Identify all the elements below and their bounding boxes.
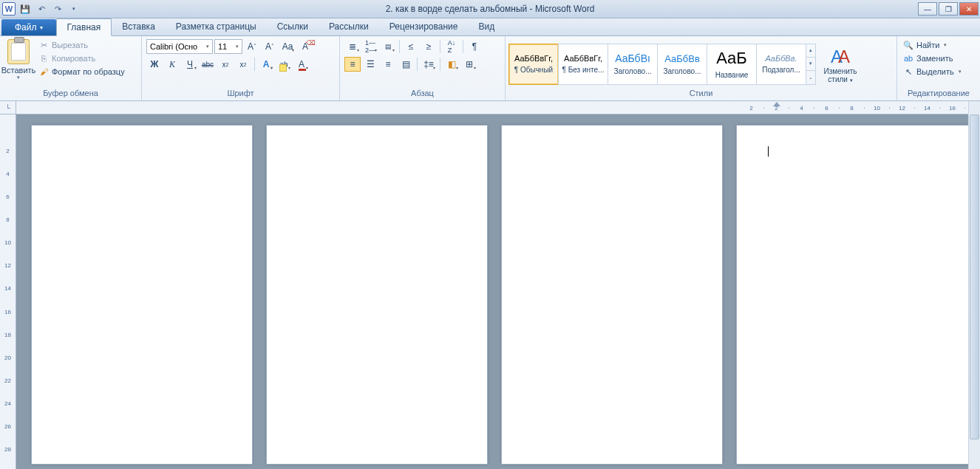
tab-ссылки[interactable]: Ссылки [267, 18, 319, 35]
page-current[interactable] [736, 125, 968, 465]
line-spacing-button[interactable]: ‡≡▾ [421, 57, 437, 72]
subscript-button[interactable]: x2 [217, 57, 234, 72]
shrink-font-button[interactable]: A˅ [262, 39, 278, 54]
gallery-more-button[interactable]: ⌄ [806, 71, 815, 83]
highlight-button[interactable]: ab▾ [276, 57, 292, 72]
ruler-tick: 10 [871, 105, 883, 112]
vertical-ruler[interactable]: 246810121416182022242628 [0, 114, 16, 469]
align-center-button[interactable]: ☰ [362, 57, 378, 72]
style-name: Название [715, 71, 749, 79]
chevron-down-icon: ▾ [392, 47, 395, 52]
style-gallery: АаБбВвГг,¶ ОбычныйАаБбВвГг,¶ Без инте...… [508, 44, 806, 85]
group-label-paragraph: Абзац [343, 89, 502, 100]
title-bar: W 💾 ↶ ↷ ▾ 2. как в ворде сделать альбомн… [0, 0, 980, 18]
change-styles-button[interactable]: AA Изменить стили ▾ [820, 45, 860, 83]
copy-icon: ⎘ [38, 53, 49, 64]
style-item[interactable]: АаБбВıЗаголово... [608, 44, 658, 85]
tab-рецензирование[interactable]: Рецензирование [379, 18, 469, 35]
font-name-combo[interactable]: Calibri (Осно▾ [146, 39, 213, 54]
cut-button[interactable]: ✂Вырезать [35, 39, 128, 51]
ruler-tick: · [908, 105, 921, 112]
gallery-up-button[interactable]: ▴ [806, 44, 815, 58]
qat-customize-icon[interactable]: ▾ [67, 1, 81, 16]
superscript-button[interactable]: x2 [235, 57, 251, 72]
find-icon: 🔍 [903, 40, 913, 50]
style-item[interactable]: АаБбВв.Подзагол... [756, 44, 806, 85]
tab-вставка[interactable]: Вставка [112, 18, 166, 35]
ruler-tick: 8 [6, 216, 9, 239]
page[interactable] [31, 125, 253, 465]
word-app-icon[interactable]: W [1, 1, 16, 16]
ruler-tick: 14 [4, 285, 11, 308]
format-painter-button[interactable]: 🖌Формат по образцу [35, 66, 128, 78]
page[interactable] [501, 125, 723, 465]
show-marks-button[interactable]: ¶ [466, 39, 483, 54]
group-label-font: Шрифт [145, 89, 336, 100]
grow-font-button[interactable]: A˄ [244, 39, 260, 54]
font-color-button[interactable]: A▾ [293, 57, 310, 72]
replace-button[interactable]: abЗаменить [902, 52, 963, 64]
separator [440, 58, 440, 71]
pages-viewport[interactable] [16, 114, 968, 469]
save-icon[interactable]: 💾 [18, 1, 33, 16]
indent-marker-icon[interactable] [773, 102, 780, 106]
style-item[interactable]: АаБбВвГг,¶ Без инте... [558, 44, 608, 85]
ruler-tick: · [933, 105, 946, 112]
find-label: Найти [916, 41, 939, 49]
copy-button[interactable]: ⎘Копировать [35, 52, 128, 64]
multilevel-list-button[interactable]: ▤▾ [380, 39, 396, 54]
tab-разметка страницы[interactable]: Разметка страницы [166, 18, 267, 35]
text-effects-button[interactable]: A▾ [258, 57, 274, 72]
scrollbar-thumb[interactable] [970, 114, 979, 439]
style-item[interactable]: АаБНазвание [707, 44, 757, 85]
justify-button[interactable]: ▤ [398, 57, 414, 72]
ribbon: Вставить ▾ ✂Вырезать ⎘Копировать 🖌Формат… [0, 36, 980, 101]
tab-главная[interactable]: Главная [56, 18, 112, 36]
minimize-button[interactable]: — [918, 2, 937, 16]
change-case-button[interactable]: Aa▾ [279, 39, 296, 54]
ruler-tick: 6 [820, 105, 833, 112]
underline-button[interactable]: Ч▾ [182, 57, 198, 72]
page[interactable] [266, 125, 488, 465]
ruler-tick: 16 [946, 105, 959, 112]
paste-button[interactable]: Вставить ▾ [3, 38, 34, 81]
file-tab[interactable]: Файл [1, 19, 56, 35]
tab-рассылки[interactable]: Рассылки [319, 18, 379, 35]
bullets-button[interactable]: ≣▾ [344, 39, 361, 54]
style-item[interactable]: АаБбВвЗаголово... [657, 44, 707, 85]
redo-icon[interactable]: ↷ [50, 1, 65, 16]
decrease-indent-button[interactable]: ≤ [403, 39, 419, 54]
shading-button[interactable]: ◧▾ [443, 57, 460, 72]
font-size-combo[interactable]: 11▾ [214, 39, 242, 54]
vertical-scrollbar[interactable] [968, 101, 980, 469]
strikethrough-button[interactable]: abc [200, 57, 216, 72]
ruler-corner[interactable]: └ [0, 101, 16, 114]
quick-access-toolbar: W 💾 ↶ ↷ ▾ [0, 1, 81, 16]
numbering-button[interactable]: 1―2―▾ [362, 39, 378, 54]
clear-formatting-button[interactable]: A⌫ [297, 39, 313, 54]
chevron-down-icon: ▾ [203, 44, 209, 49]
maximize-button[interactable]: ❐ [939, 2, 958, 16]
ruler-tick: 18 [4, 332, 11, 355]
increase-indent-button[interactable]: ≥ [421, 39, 437, 54]
align-left-button[interactable]: ≡ [344, 57, 361, 72]
tab-вид[interactable]: Вид [468, 18, 505, 35]
align-right-button[interactable]: ≡ [380, 57, 396, 72]
horizontal-ruler[interactable]: 2·2·4·6·8·10·12·14·16·18 [16, 101, 968, 114]
chevron-down-icon: ▾ [292, 47, 294, 52]
find-button[interactable]: 🔍Найти▾ [902, 39, 963, 51]
bold-button[interactable]: Ж [146, 57, 163, 72]
ruler-tick: · [858, 105, 871, 112]
style-name: Заголово... [664, 67, 701, 75]
gallery-down-button[interactable]: ▾ [806, 58, 815, 71]
style-preview: АаБбВвГг, [514, 54, 553, 63]
ruler-tick: 12 [896, 105, 908, 112]
borders-button[interactable]: ⊞▾ [461, 57, 477, 72]
style-item[interactable]: АаБбВвГг,¶ Обычный [508, 44, 559, 85]
sort-button[interactable]: A↓Z [443, 39, 460, 54]
font-size-value: 11 [218, 42, 227, 51]
italic-button[interactable]: К [164, 57, 180, 72]
select-button[interactable]: ↖Выделить▾ [902, 66, 963, 78]
undo-icon[interactable]: ↶ [34, 1, 49, 16]
close-button[interactable]: ✕ [959, 2, 979, 16]
